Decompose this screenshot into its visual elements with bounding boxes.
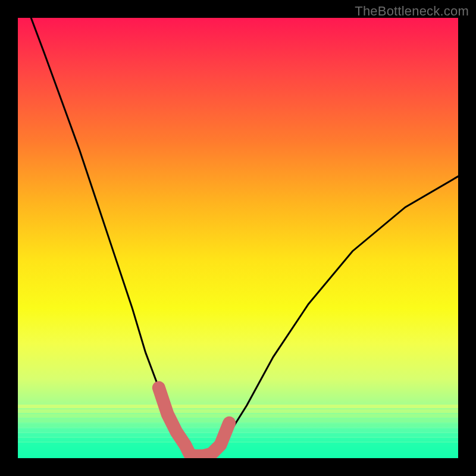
watermark: TheBottleneck.com [355,4,469,19]
chart-frame: TheBottleneck.com [0,0,476,476]
highlight-dot [153,382,165,394]
highlight-u-shape [159,388,229,456]
curve-layer [18,18,458,458]
bottleneck-curve [31,18,458,456]
plot-area [18,18,458,458]
